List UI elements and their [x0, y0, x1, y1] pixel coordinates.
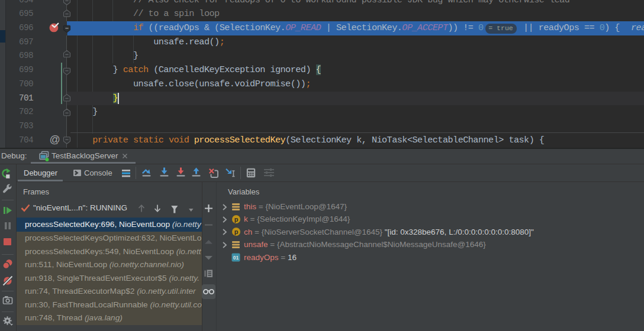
- svg-text:p: p: [234, 216, 239, 223]
- svg-text:p: p: [234, 228, 239, 235]
- svg-text:01: 01: [233, 254, 239, 260]
